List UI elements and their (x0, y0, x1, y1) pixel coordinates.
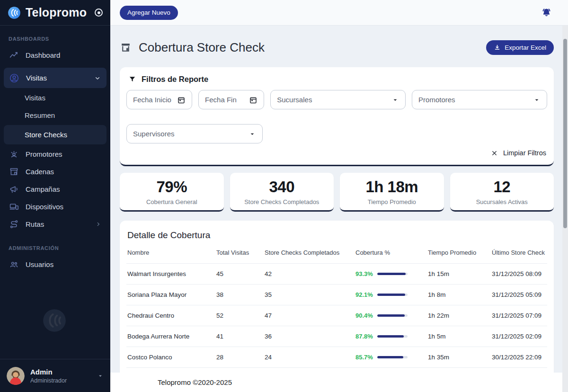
telopromo-logo-icon (8, 6, 21, 19)
export-excel-label: Exportar Excel (505, 44, 546, 51)
page-header: Cobertura Store Check Exportar Excel (120, 40, 554, 55)
fecha-inicio-placeholder: Fecha Inicio (133, 96, 171, 104)
user-role: Administrador (30, 377, 67, 384)
user-name: Admin (30, 368, 67, 376)
stats-row: 79% Cobertura General 340 Store Checks C… (120, 173, 554, 212)
sidebar-item-label: Store Checks (25, 131, 67, 139)
stat-label: Cobertura General (146, 198, 197, 205)
notifications-bell-icon[interactable] (541, 7, 552, 18)
cell-total-visitas: 28 (216, 354, 265, 361)
cell-tiempo-promedio: 1h 15m (428, 270, 492, 277)
coverage-percent: 92.1% (355, 291, 373, 298)
coverage-percent: 87.8% (355, 333, 373, 340)
filters-title-row: Filtros de Reporte (128, 75, 547, 84)
cell-ultimo-store-check: 31/12/2025 07:09 (492, 312, 546, 319)
table-title: Detalle de Cobertura (127, 230, 547, 241)
scrollbar-thumb[interactable] (563, 39, 567, 228)
cell-nombre: Chedraui Centro (127, 312, 216, 319)
stat-label: Sucursales Activas (476, 198, 528, 205)
cell-completados: 42 (265, 270, 355, 277)
topbar: Agregar Nuevo (110, 0, 568, 26)
column-header-ultimo: Último Store Check (492, 249, 546, 256)
fecha-fin-placeholder: Fecha Fin (205, 96, 237, 104)
sidebar-item-label: Campañas (26, 185, 60, 193)
export-excel-button[interactable]: Exportar Excel (486, 40, 554, 55)
column-header-cobertura: Cobertura % (355, 249, 428, 256)
chevron-right-icon (95, 221, 102, 228)
calendar-icon[interactable] (249, 96, 257, 104)
vertical-scrollbar (562, 26, 568, 392)
caret-down-icon (248, 130, 256, 138)
sidebar-item-label: Rutas (26, 220, 44, 228)
chevron-down-icon (94, 74, 101, 82)
cell-total-visitas: 52 (216, 312, 265, 319)
cell-nombre: Soriana Plaza Mayor (127, 291, 216, 298)
sidebar-collapse-toggle-icon[interactable] (95, 9, 103, 17)
table-row: Costco Polanco282485.7%1h 35m30/12/2025 … (126, 347, 547, 367)
cell-cobertura: 87.8% (355, 333, 428, 340)
cell-completados: 35 (265, 291, 355, 298)
cell-cobertura: 93.3% (355, 270, 428, 277)
sidebar-subitem-resumen[interactable]: Resumen (0, 107, 110, 124)
cell-completados: 36 (265, 333, 355, 340)
cell-total-visitas: 41 (216, 333, 265, 340)
stat-label: Tiempo Promedio (368, 198, 416, 205)
filters-title: Filtros de Reporte (142, 75, 208, 84)
cell-total-visitas: 45 (216, 270, 265, 277)
sidebar-item-dispositivos[interactable]: Dispositivos (0, 198, 110, 215)
sidebar-subitem-visitas[interactable]: Visitas (0, 89, 110, 107)
cell-nombre: Costco Polanco (127, 354, 216, 361)
sidebar-item-usuarios[interactable]: Usuarios (0, 256, 110, 273)
stat-card-store-checks: 340 Store Checks Completados (230, 173, 334, 212)
footer-text: Telopromo ©2020-2025 (158, 378, 232, 386)
sidebar-item-label: Cadenas (26, 168, 54, 176)
promotores-select[interactable]: Promotores (412, 90, 547, 109)
promotores-placeholder: Promotores (418, 96, 455, 104)
main-area: Agregar Nuevo Cobertura Store Check Expo… (110, 0, 568, 392)
sidebar-item-visitas-parent[interactable]: Visitas (4, 68, 106, 88)
cell-tiempo-promedio: 1h 5m (428, 333, 492, 340)
sidebar-nav: DASHBOARDS Dashboard Visitas Visitas Res… (0, 26, 110, 359)
sucursales-placeholder: Sucursales (277, 96, 312, 104)
user-menu[interactable]: Admin Administrador (0, 359, 110, 392)
route-icon (9, 219, 19, 229)
cell-nombre: Walmart Insurgentes (127, 270, 216, 277)
clear-filters-button[interactable]: Limpiar Filtros (491, 149, 546, 157)
user-caret-down-icon[interactable] (97, 373, 104, 379)
cell-completados: 47 (265, 312, 355, 319)
sucursales-select[interactable]: Sucursales (270, 90, 406, 109)
cell-cobertura: 92.1% (355, 291, 428, 298)
sidebar-item-rutas[interactable]: Rutas (0, 215, 110, 233)
table-row: Bodega Aurrera Norte413687.8%1h 5m31/12/… (126, 326, 547, 347)
promoter-person-icon (9, 149, 19, 159)
sidebar-item-label: Promotores (26, 150, 62, 158)
cell-tiempo-promedio: 1h 22m (428, 312, 492, 319)
cell-tiempo-promedio: 1h 8m (428, 291, 492, 298)
cell-cobertura: 85.7% (355, 354, 428, 361)
coverage-progress-bar (377, 314, 408, 317)
devices-icon (9, 202, 19, 212)
clear-filters-label: Limpiar Filtros (503, 149, 546, 157)
stat-label: Store Checks Completados (244, 198, 319, 205)
table-row: Walmart Insurgentes454293.3%1h 15m31/12/… (126, 263, 547, 284)
add-new-button[interactable]: Agregar Nuevo (120, 6, 178, 20)
calendar-icon[interactable] (177, 96, 186, 104)
sidebar-subitem-store-checks[interactable]: Store Checks (4, 125, 106, 144)
supervisores-select[interactable]: Supervisores (126, 124, 263, 143)
sidebar-item-label: Dispositivos (26, 203, 63, 211)
sidebar-item-label: Visitas (26, 74, 47, 82)
stat-value: 1h 18m (365, 178, 418, 196)
stat-card-cobertura-general: 79% Cobertura General (120, 173, 224, 212)
fecha-inicio-input[interactable]: Fecha Inicio (126, 90, 192, 109)
column-header-nombre: Nombre (127, 249, 216, 256)
fecha-fin-input[interactable]: Fecha Fin (198, 90, 264, 109)
sidebar-item-promotores[interactable]: Promotores (0, 145, 110, 163)
watermark-logo-icon (42, 308, 67, 333)
sidebar-item-label: Dashboard (26, 51, 60, 59)
filters-row-1: Fecha Inicio Fecha Fin Sucursales (126, 90, 547, 109)
column-header-store-checks: Store Checks Completados (265, 249, 355, 256)
coverage-percent: 90.4% (355, 312, 373, 319)
sidebar-item-dashboard[interactable]: Dashboard (0, 46, 110, 64)
sidebar-item-campanas[interactable]: Campañas (0, 180, 110, 198)
sidebar-item-cadenas[interactable]: Cadenas (0, 163, 110, 180)
